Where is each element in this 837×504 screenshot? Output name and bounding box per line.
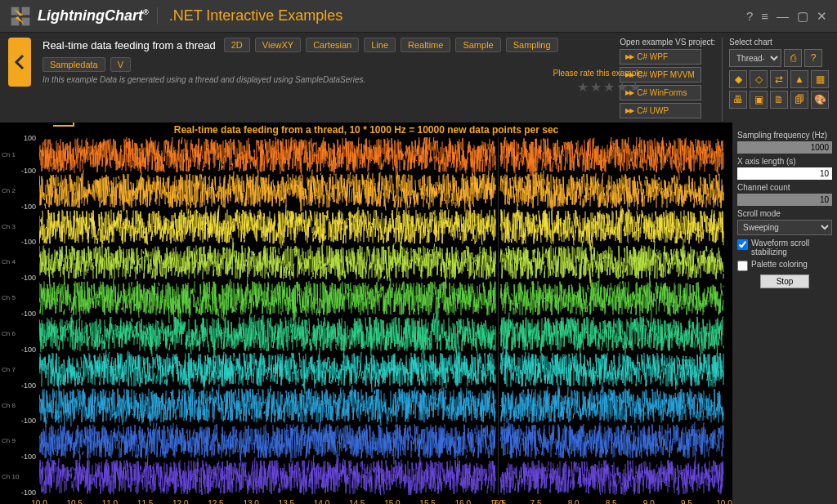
tag-cartesian[interactable]: Cartesian [306, 38, 359, 52]
stop-button[interactable]: Stop [760, 274, 809, 288]
chart[interactable]: Real-time data feeding from a thread, 10… [0, 123, 732, 504]
menu-icon[interactable]: ≡ [761, 9, 768, 24]
select-chart-combo[interactable]: Thread-fe [729, 49, 781, 67]
y-axis: 100Ch 1-100Ch 2-100Ch 3-100Ch 4-100Ch 5-… [0, 137, 38, 496]
back-button[interactable] [8, 38, 31, 87]
help-tool-icon[interactable]: ? [804, 49, 822, 67]
tag-sampledata[interactable]: Sampledata [43, 57, 105, 72]
tool-icon-3[interactable]: ⇄ [770, 70, 788, 88]
chart-canvas[interactable] [39, 137, 724, 495]
toolbar: ◆ ◇ ⇄ ▲ ▦ 🖶 ▣ 🗎 🗐 🎨 [729, 70, 829, 109]
tag-sample[interactable]: Sample [455, 38, 500, 52]
sampling-freq-input[interactable] [737, 141, 832, 154]
channel-count-input[interactable] [737, 194, 832, 206]
help-icon[interactable]: ? [746, 9, 753, 24]
breadcrumb: Real-time data feeding from a thread 2D … [43, 38, 620, 72]
tool-icon-9[interactable]: 🗐 [790, 91, 808, 109]
scroll-mode-label: Scroll mode [737, 209, 832, 218]
vs-project-label: Open example VS project: [620, 38, 715, 47]
example-title: Real-time data feeding from a thread [43, 39, 216, 51]
palette-coloring-checkbox[interactable]: Palette coloring [737, 260, 832, 271]
rating-stars[interactable]: ★★★★★ [553, 79, 642, 95]
tool-icon-6[interactable]: 🖶 [729, 91, 747, 109]
tool-icon-1[interactable]: ◆ [729, 70, 747, 88]
select-chart-label: Select chart [729, 38, 829, 47]
tool-icon-7[interactable]: ▣ [750, 91, 768, 109]
tool-icon-8[interactable]: 🗎 [770, 91, 788, 109]
tool-icon-10[interactable]: 🎨 [811, 91, 829, 109]
title-bar: LightningChart® .NET Interactive Example… [0, 0, 837, 33]
maximize-icon[interactable]: ▢ [797, 9, 808, 24]
tool-icon-2[interactable]: ◇ [750, 70, 768, 88]
xaxis-length-label: X axis length (s) [737, 157, 832, 166]
scroll-mode-select[interactable]: Sweeping [737, 220, 832, 235]
rating-label: Please rate this example [553, 69, 642, 78]
svg-rect-1 [22, 7, 30, 15]
sampling-freq-label: Sampling frequency (Hz) [737, 131, 832, 140]
tag-sampling[interactable]: Sampling [506, 38, 558, 52]
svg-rect-0 [11, 7, 20, 15]
tag-more[interactable]: V [110, 57, 131, 72]
minimize-icon[interactable]: — [777, 9, 789, 24]
tag-realtime[interactable]: Realtime [401, 38, 450, 52]
capture-tool-icon[interactable]: ⎙ [784, 49, 802, 67]
vs-btn-uwp[interactable]: ▶▶C# UWP [620, 103, 701, 118]
tag-viewxy[interactable]: ViewXY [255, 38, 301, 52]
tool-icon-4[interactable]: ▲ [790, 70, 808, 88]
svg-rect-3 [22, 17, 30, 25]
header: Real-time data feeding from a thread 2D … [0, 33, 837, 123]
example-description: In this example Data is generated using … [43, 75, 620, 84]
tool-icon-5[interactable]: ▦ [811, 70, 829, 88]
brand-name: LightningChart® [38, 7, 149, 25]
sweep-indicator-icon [49, 123, 98, 130]
brand-subtitle: .NET Interactive Examples [157, 7, 343, 25]
x-axis: 10.010.511.011.512.012.513.013.514.014.5… [39, 499, 729, 504]
logo-icon [10, 6, 31, 27]
settings-sidebar: Sampling frequency (Hz) X axis length (s… [732, 123, 837, 504]
close-icon[interactable]: ✕ [817, 9, 827, 24]
channel-count-label: Channel count [737, 183, 832, 192]
chart-title: Real-time data feeding from a thread, 10… [0, 124, 732, 136]
rating: Please rate this example ★★★★★ [553, 69, 642, 95]
tag-line[interactable]: Line [364, 38, 396, 52]
tag-2d[interactable]: 2D [224, 38, 250, 52]
vs-btn-wpf[interactable]: ▶▶C# WPF [620, 49, 701, 65]
xaxis-length-input[interactable] [737, 167, 832, 180]
waveform-stabilizing-checkbox[interactable]: Waveform scroll stabilizing [737, 239, 832, 256]
